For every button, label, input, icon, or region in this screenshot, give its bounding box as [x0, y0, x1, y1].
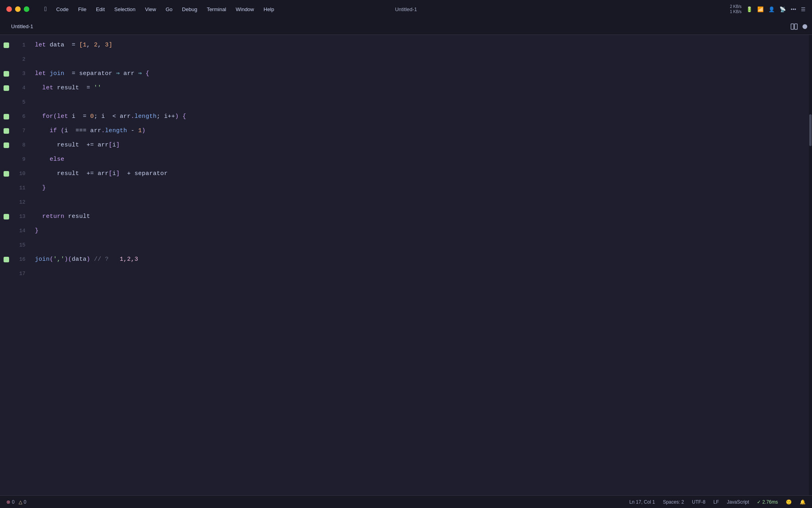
- tab-label: Untitled-1: [11, 23, 33, 29]
- table-row: 4 let result = '': [0, 81, 809, 95]
- menu-window[interactable]: Window: [232, 5, 258, 14]
- code-content: [32, 95, 35, 110]
- code-content: }: [32, 224, 38, 238]
- menu-debug[interactable]: Debug: [178, 5, 201, 14]
- close-button[interactable]: [6, 6, 12, 12]
- line-ending-text: LF: [713, 499, 719, 505]
- encoding-text: UTF-8: [692, 499, 705, 505]
- breakpoint-col: [0, 195, 13, 210]
- split-editor-button[interactable]: [790, 22, 799, 31]
- table-row: 14 }: [0, 224, 809, 238]
- line-number: 15: [13, 238, 32, 252]
- code-content: else: [32, 152, 64, 167]
- bell-button[interactable]: 🔔: [800, 499, 806, 505]
- line-number: 11: [13, 181, 32, 195]
- line-number: 10: [13, 167, 32, 181]
- status-left: ⊗ 0 △ 0: [6, 499, 26, 505]
- breakpoint-col: [0, 124, 13, 138]
- breakpoint[interactable]: [4, 128, 9, 134]
- menu-code[interactable]: Code: [52, 5, 73, 14]
- scrollbar-thumb[interactable]: [809, 114, 812, 146]
- titlebar-left:  Code File Edit Selection View Go Debug…: [6, 4, 278, 14]
- table-row: 3 let join = separator ⇒ arr ⇒ {: [0, 67, 809, 81]
- line-number: 14: [13, 224, 32, 238]
- battery-icon: 🔋: [746, 6, 753, 12]
- code-content: [32, 267, 35, 281]
- breakpoint[interactable]: [4, 214, 9, 219]
- table-row: 15: [0, 238, 809, 252]
- breakpoint[interactable]: [4, 42, 9, 48]
- table-row: 13 return result: [0, 210, 809, 224]
- menu-go[interactable]: Go: [162, 5, 176, 14]
- table-row: 17: [0, 267, 809, 281]
- maximize-button[interactable]: [24, 6, 29, 12]
- line-number: 16: [13, 252, 32, 267]
- line-number: 2: [13, 52, 32, 67]
- traffic-lights: [6, 6, 29, 12]
- table-row: 10 result += arr[i] + separator: [0, 167, 809, 181]
- menu-selection[interactable]: Selection: [110, 5, 139, 14]
- line-number: 3: [13, 67, 32, 81]
- breakpoint[interactable]: [4, 71, 9, 77]
- menu-file[interactable]: File: [74, 5, 90, 14]
- smiley-button[interactable]: 🙂: [786, 499, 792, 505]
- errors-status[interactable]: ⊗ 0 △ 0: [6, 499, 26, 505]
- breakpoint-col: [0, 224, 13, 238]
- code-content: [32, 52, 35, 67]
- breakpoint-col: [0, 95, 13, 110]
- line-number: 13: [13, 210, 32, 224]
- language-mode[interactable]: JavaScript: [727, 499, 749, 505]
- code-content: result += arr[i] + separator: [32, 167, 168, 181]
- line-number: 1: [13, 38, 32, 52]
- more-icon: •••: [791, 6, 796, 12]
- position-text: Ln 17, Col 1: [629, 499, 655, 505]
- code-content: }: [32, 181, 46, 195]
- svg-rect-1: [795, 24, 797, 29]
- menu-help[interactable]: Help: [260, 5, 278, 14]
- menu-terminal[interactable]: Terminal: [203, 5, 230, 14]
- breakpoint-col: [0, 238, 13, 252]
- apple-menu[interactable]: : [40, 4, 51, 14]
- smiley-icon: 🙂: [786, 499, 792, 505]
- breakpoint[interactable]: [4, 142, 9, 148]
- breakpoint-col: [0, 210, 13, 224]
- code-content: join(',')(data) // ? 1,2,3: [32, 252, 138, 267]
- code-content: if (i === arr.length - 1): [32, 124, 146, 138]
- scrollbar[interactable]: [809, 35, 812, 495]
- table-row: 2: [0, 52, 809, 67]
- breakpoint[interactable]: [4, 114, 9, 119]
- minimize-button[interactable]: [15, 6, 21, 12]
- breakpoint-col: [0, 81, 13, 95]
- table-row: 1 let data = [1, 2, 3]: [0, 38, 809, 52]
- encoding[interactable]: UTF-8: [692, 499, 705, 505]
- editor-content[interactable]: 1 let data = [1, 2, 3] 2 3 let join = se…: [0, 35, 809, 495]
- check-icon: ✓ 2.76ms: [757, 499, 778, 505]
- line-ending[interactable]: LF: [713, 499, 719, 505]
- line-number: 6: [13, 110, 32, 124]
- table-row: 6 for(let i = 0; i < arr.length; i++) {: [0, 110, 809, 124]
- editor-tab[interactable]: Untitled-1: [5, 21, 40, 32]
- menu-edit[interactable]: Edit: [92, 5, 109, 14]
- indentation[interactable]: Spaces: 2: [663, 499, 684, 505]
- table-row: 9 else: [0, 152, 809, 167]
- dot-button[interactable]: [802, 24, 807, 29]
- breakpoint[interactable]: [4, 257, 9, 262]
- breakpoint[interactable]: [4, 171, 9, 177]
- breakpoint[interactable]: [4, 85, 9, 91]
- breakpoint-col: [0, 52, 13, 67]
- cursor-position[interactable]: Ln 17, Col 1: [629, 499, 655, 505]
- table-row: 16 join(',')(data) // ? 1,2,3: [0, 252, 809, 267]
- line-number: 5: [13, 95, 32, 110]
- performance[interactable]: ✓ 2.76ms: [757, 499, 778, 505]
- cast-icon: 📡: [779, 6, 786, 12]
- breakpoint-col: [0, 38, 13, 52]
- code-content: [32, 238, 35, 252]
- titlebar-right: 2 KB/s 1 KB/s 🔋 📶 👤 📡 ••• ☰: [730, 4, 806, 14]
- breakpoint-col: [0, 110, 13, 124]
- warning-icon: △: [19, 499, 22, 505]
- editor-container: 1 let data = [1, 2, 3] 2 3 let join = se…: [0, 35, 812, 495]
- error-icon: ⊗: [6, 499, 10, 505]
- menu-view[interactable]: View: [141, 5, 160, 14]
- status-right: Ln 17, Col 1 Spaces: 2 UTF-8 LF JavaScri…: [629, 499, 806, 505]
- table-row: 7 if (i === arr.length - 1): [0, 124, 809, 138]
